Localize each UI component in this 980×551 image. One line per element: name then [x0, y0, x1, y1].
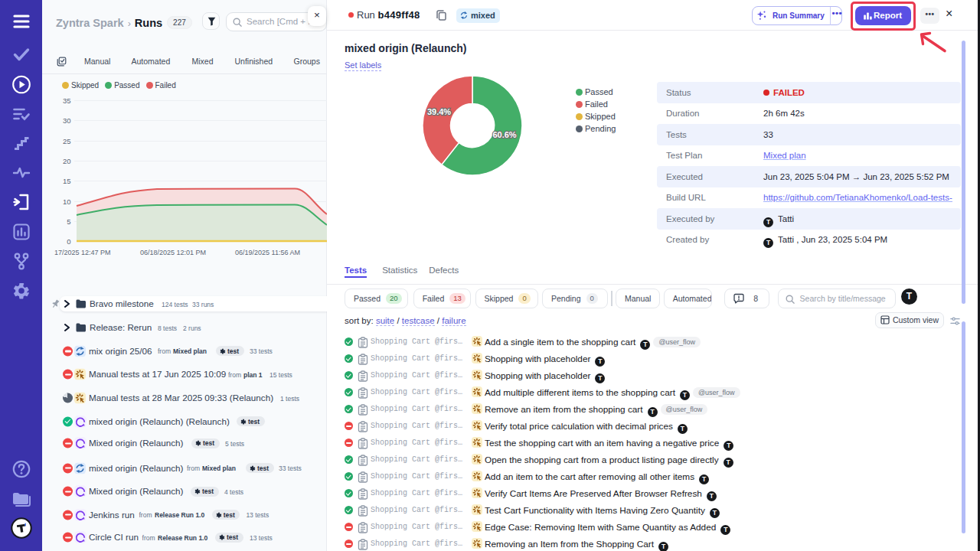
svg-text:15: 15 [63, 177, 71, 185]
svg-text:39.4%: 39.4% [427, 107, 451, 116]
svg-text:35: 35 [63, 96, 71, 105]
svg-text:25: 25 [63, 137, 71, 145]
svg-text:06/19/2025 11:56 AM: 06/19/2025 11:56 AM [235, 249, 300, 256]
svg-text:0: 0 [67, 237, 70, 246]
svg-text:06/18/2025 12:01 PM: 06/18/2025 12:01 PM [140, 249, 206, 256]
svg-text:17/2025 12:47 PM: 17/2025 12:47 PM [54, 249, 111, 256]
svg-text:5: 5 [67, 217, 70, 226]
svg-text:30: 30 [63, 116, 71, 125]
svg-text:60.6%: 60.6% [492, 130, 516, 139]
svg-text:10: 10 [63, 197, 71, 206]
svg-text:20: 20 [63, 157, 71, 165]
